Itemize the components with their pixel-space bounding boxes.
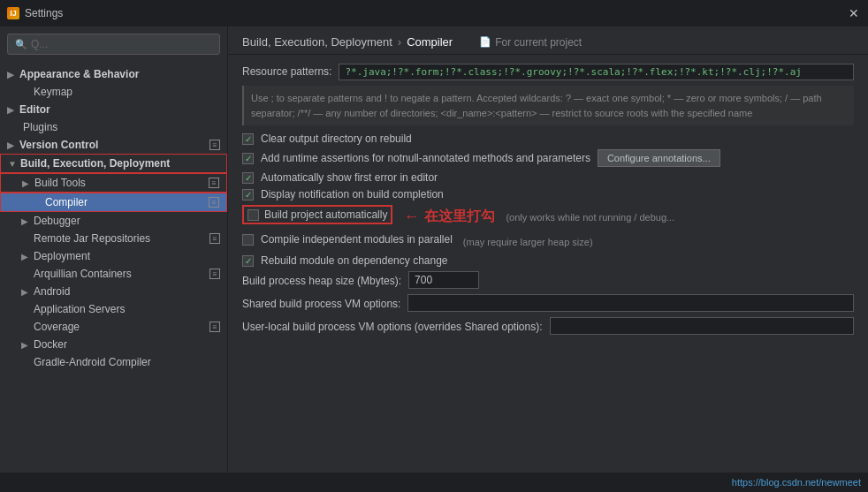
breadcrumb: Build, Execution, Deployment › Compiler … — [242, 35, 582, 49]
shared-vm-label: Shared build process VM options: — [242, 296, 400, 310]
sidebar-item-label: Remote Jar Repositories — [34, 232, 206, 245]
rebuild-module-row: Rebuild module on dependency change — [242, 254, 854, 267]
compile-parallel-section: Compile independent modules in parallel … — [242, 233, 854, 250]
sidebar-item-label: Build, Execution, Deployment — [20, 157, 219, 170]
user-vm-label: User-local build process VM options (ove… — [242, 319, 543, 333]
sidebar-item-label: Gradle-Android Compiler — [34, 356, 220, 368]
arrow-icon — [7, 140, 19, 150]
build-heap-input[interactable] — [408, 271, 479, 289]
badge-icon: ≡ — [209, 178, 219, 188]
arrow-icon — [7, 105, 19, 115]
clear-output-checkbox[interactable] — [242, 133, 254, 145]
panel-header: Build, Execution, Deployment › Compiler … — [228, 26, 868, 55]
sidebar-item-docker[interactable]: Docker — [0, 336, 227, 353]
clear-output-label: Clear output directory on rebuild — [261, 132, 412, 145]
sidebar-item-deployment[interactable]: Deployment — [0, 247, 227, 265]
resource-patterns-label: Resource patterns: — [242, 64, 331, 78]
show-first-error-checkbox[interactable] — [242, 172, 254, 184]
sidebar-item-label: Deployment — [34, 250, 220, 262]
window-title: Settings — [25, 7, 63, 19]
sidebar-item-label: Debugger — [34, 215, 220, 227]
arrow-icon — [21, 340, 34, 350]
badge-icon: ≡ — [209, 322, 220, 332]
user-vm-input[interactable] — [550, 317, 855, 335]
configure-annotations-button[interactable]: Configure annotations... — [598, 149, 720, 167]
sidebar-item-debugger[interactable]: Debugger — [0, 212, 227, 230]
sidebar-item-label: Arquillian Containers — [34, 268, 206, 280]
nav-tree: Appearance & Behavior Keymap Editor Plug… — [0, 62, 227, 375]
sidebar: 🔍 Appearance & Behavior Keymap Editor Pl… — [0, 26, 228, 473]
search-input[interactable] — [31, 38, 212, 50]
sidebar-item-gradle-android[interactable]: Gradle-Android Compiler — [0, 353, 227, 371]
breadcrumb-parent: Build, Execution, Deployment — [242, 35, 392, 49]
sidebar-item-build-tools[interactable]: Build Tools ≡ — [0, 173, 227, 193]
build-auto-section: Build project automatically ← 在这里打勾 (onl… — [242, 205, 854, 229]
badge-icon: ≡ — [209, 233, 220, 244]
sidebar-item-label: Application Servers — [34, 303, 220, 315]
arrow-icon — [8, 159, 20, 169]
runtime-assertions-row: Add runtime assertions for notnull-annot… — [242, 149, 854, 167]
resource-patterns-value[interactable]: ?*.java;!?*.form;!?*.class;!?*.groovy;!?… — [339, 64, 854, 80]
shared-vm-row: Shared build process VM options: — [242, 294, 854, 312]
title-bar-left: IJ Settings — [7, 7, 63, 19]
search-icon: 🔍 — [15, 39, 27, 50]
build-auto-label: Build project automatically — [264, 208, 387, 221]
sidebar-item-editor[interactable]: Editor — [0, 101, 227, 118]
info-text: Use ; to separate patterns and ! to nega… — [242, 86, 854, 125]
build-auto-row: Build project automatically — [242, 205, 392, 224]
sidebar-item-keymap[interactable]: Keymap — [0, 83, 227, 101]
sidebar-item-label: Build Tools — [34, 177, 205, 189]
sidebar-item-label: Editor — [19, 103, 220, 116]
close-button[interactable]: ✕ — [847, 6, 861, 20]
build-heap-row: Build process heap size (Mbytes): — [242, 271, 854, 289]
red-arrow-icon: ← — [403, 208, 419, 226]
display-notification-checkbox[interactable] — [242, 189, 254, 201]
sidebar-item-label: Version Control — [19, 139, 206, 151]
window-controls: ✕ — [847, 6, 861, 20]
compile-parallel-note: (may require larger heap size) — [463, 237, 593, 247]
sidebar-item-android[interactable]: Android — [0, 283, 227, 300]
status-bar: https://blog.csdn.net/newmeet — [0, 473, 868, 492]
rebuild-module-checkbox[interactable] — [242, 255, 254, 267]
compile-parallel-checkbox[interactable] — [242, 234, 254, 246]
app-icon: IJ — [7, 7, 19, 19]
status-url: https://blog.csdn.net/newmeet — [732, 477, 861, 488]
panel-body: Resource patterns: ?*.java;!?*.form;!?*.… — [228, 55, 868, 473]
runtime-assertions-checkbox[interactable] — [242, 153, 254, 164]
sidebar-item-label: Plugins — [23, 121, 220, 133]
sidebar-item-app-servers[interactable]: Application Servers — [0, 300, 227, 318]
build-auto-checkbox[interactable] — [247, 209, 259, 221]
sidebar-item-version-control[interactable]: Version Control ≡ — [0, 136, 227, 154]
breadcrumb-separator: › — [398, 35, 401, 49]
sidebar-item-compiler[interactable]: Compiler ≡ — [0, 193, 227, 212]
arrow-icon — [22, 178, 34, 188]
for-project-text: For current project — [495, 36, 582, 49]
sidebar-item-build-exec-deploy[interactable]: Build, Execution, Deployment — [0, 154, 227, 173]
sidebar-item-remote-jar[interactable]: Remote Jar Repositories ≡ — [0, 230, 227, 247]
clear-output-row: Clear output directory on rebuild — [242, 132, 854, 145]
arrow-icon — [21, 252, 34, 261]
header-row: Build, Execution, Deployment › Compiler … — [242, 35, 854, 49]
compile-parallel-row: Compile independent modules in parallel — [242, 233, 453, 246]
shared-vm-input[interactable] — [407, 294, 854, 312]
arrow-icon — [21, 216, 34, 226]
sidebar-item-label: Compiler — [45, 196, 205, 208]
badge-icon: ≡ — [209, 197, 219, 208]
right-panel: Build, Execution, Deployment › Compiler … — [228, 26, 868, 473]
build-heap-label: Build process heap size (Mbytes): — [242, 273, 401, 287]
badge-icon: ≡ — [209, 269, 220, 279]
sidebar-item-appearance[interactable]: Appearance & Behavior — [0, 65, 227, 83]
show-first-error-row: Automatically show first error in editor — [242, 171, 854, 184]
compile-parallel-label: Compile independent modules in parallel — [261, 233, 453, 246]
sidebar-item-arquillian[interactable]: Arquillian Containers ≡ — [0, 265, 227, 283]
sidebar-item-coverage[interactable]: Coverage ≡ — [0, 318, 227, 336]
project-icon: 📄 — [479, 36, 491, 48]
user-vm-row: User-local build process VM options (ove… — [242, 317, 854, 335]
rebuild-module-label: Rebuild module on dependency change — [261, 254, 448, 267]
sidebar-item-plugins[interactable]: Plugins — [0, 118, 227, 136]
for-project-label: 📄 For current project — [479, 36, 582, 49]
breadcrumb-current: Compiler — [407, 35, 453, 49]
arrow-icon — [7, 70, 19, 79]
search-box[interactable]: 🔍 — [7, 34, 220, 55]
title-bar: IJ Settings ✕ — [0, 0, 868, 26]
